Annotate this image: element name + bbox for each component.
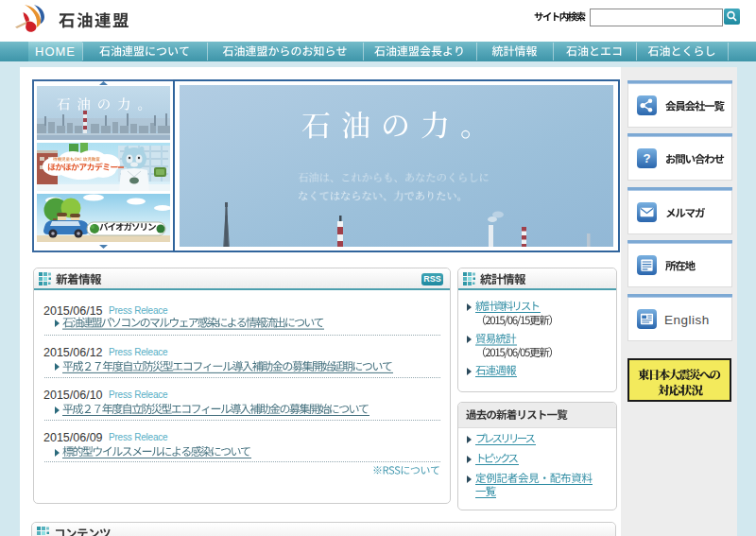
svg-text:?: ? bbox=[643, 151, 650, 165]
